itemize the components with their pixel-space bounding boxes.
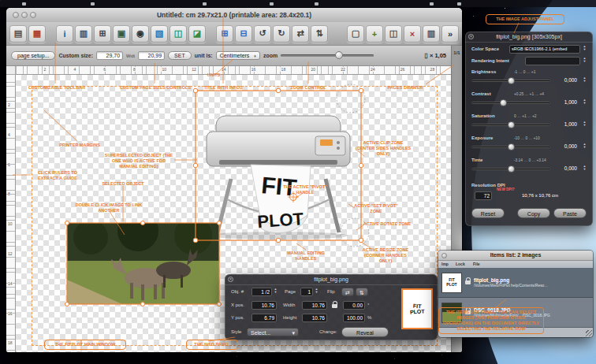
- reveal-button[interactable]: Reveal: [341, 327, 389, 337]
- vertical-ruler[interactable]: 24681012141618: [6, 75, 16, 352]
- slider-stepper-exposure[interactable]: ▲▼: [582, 143, 587, 149]
- slider-knob-brightness[interactable]: [508, 77, 515, 84]
- items-panel-titlebar[interactable]: Items list: 2 images: [438, 251, 593, 261]
- obj-number-field[interactable]: 1 /2: [251, 288, 272, 296]
- slider-track-exposure[interactable]: [471, 146, 550, 148]
- unit-is-label: unit is:: [195, 53, 213, 58]
- ruler-number: 2: [8, 102, 10, 107]
- y-pos-field[interactable]: 6.79: [251, 314, 277, 322]
- slider-stepper-tinte[interactable]: ▲▼: [582, 165, 587, 171]
- close-icon[interactable]: ×: [468, 34, 474, 39]
- page-stepper[interactable]: ▲▼: [314, 288, 319, 294]
- set-size-button[interactable]: SET: [168, 51, 192, 60]
- resolution-dpi-field[interactable]: 72: [475, 191, 492, 200]
- aspect-lock-icon[interactable]: [332, 304, 337, 308]
- width-field[interactable]: 10.76: [302, 301, 327, 310]
- color-space-value[interactable]: sRGB IEC61966-2.1 (embed: [509, 45, 580, 54]
- page-field[interactable]: 1: [300, 288, 313, 296]
- rendering-intent-dropdown[interactable]: [525, 57, 580, 65]
- duplicate-page-icon[interactable]: ◫: [385, 25, 402, 43]
- flip-vertical-button[interactable]: ⇅: [356, 288, 368, 296]
- units-dropdown[interactable]: Centimeters ▾: [216, 51, 260, 60]
- info-icon[interactable]: i: [56, 25, 73, 43]
- slider-knob-saturation[interactable]: [508, 121, 515, 128]
- rendering-intent-stepper[interactable]: ▲▼: [582, 57, 587, 63]
- minimize-window-button[interactable]: [21, 12, 28, 18]
- slider-track-saturation[interactable]: [471, 124, 550, 126]
- horizontal-ruler[interactable]: 246810121416182022242628: [16, 66, 451, 75]
- zoom-slider[interactable]: [281, 54, 374, 57]
- camera-icon[interactable]: ◉: [132, 25, 149, 43]
- flip-horizontal-button[interactable]: ⇄: [341, 288, 354, 296]
- slider-stepper-brightness[interactable]: ▲▼: [582, 76, 587, 83]
- menubar-status-icon[interactable]: [430, 2, 434, 6]
- slider-knob-tinte[interactable]: [508, 165, 515, 173]
- add-page-icon[interactable]: +: [366, 25, 383, 43]
- slideshow-icon[interactable]: ▣: [113, 25, 130, 43]
- menubar-status-icon[interactable]: [457, 2, 461, 6]
- pages-icon[interactable]: ▥: [423, 25, 440, 43]
- slider-stepper-contrast[interactable]: ▲▼: [582, 98, 587, 105]
- x-pos-field[interactable]: 10.76: [251, 301, 277, 310]
- slider-track-contrast[interactable]: [471, 102, 550, 104]
- slider-knob-exposure[interactable]: [508, 143, 515, 150]
- menubar-status-icon[interactable]: [270, 2, 274, 6]
- page-height-input[interactable]: 20,99: [138, 51, 165, 60]
- obj-stepper[interactable]: ▲▼: [273, 288, 278, 294]
- reset-button[interactable]: Reset: [471, 208, 505, 218]
- items-list-row[interactable]: FITPLOTfitplot_big.png/Volumes/Web/FitPl…: [438, 268, 593, 298]
- monitor-icon[interactable]: ◪: [188, 25, 206, 43]
- flip-horizontal-icon[interactable]: ⇄: [292, 25, 309, 43]
- flip-vertical-icon[interactable]: ⇅: [311, 25, 328, 43]
- selected-object-photo-image[interactable]: [67, 223, 219, 304]
- menubar-status-icon[interactable]: [203, 2, 207, 6]
- rotate-left-icon[interactable]: ↺: [254, 25, 271, 43]
- lock-icon[interactable]: [465, 280, 471, 284]
- screen-capture-icon[interactable]: ◫: [169, 25, 187, 43]
- zoom-slider-knob[interactable]: [335, 51, 343, 59]
- page-setup-button[interactable]: page setup...: [11, 51, 55, 60]
- scale-field[interactable]: 100.00: [343, 314, 365, 322]
- menubar-status-icon[interactable]: [22, 2, 26, 6]
- paste-button[interactable]: Paste: [553, 208, 587, 218]
- style-dropdown[interactable]: Select... ▾: [247, 328, 299, 336]
- new-page-icon[interactable]: ▢: [347, 25, 364, 43]
- slider-stepper-saturation[interactable]: ▲▼: [582, 121, 587, 127]
- height-field[interactable]: 10.76: [302, 314, 327, 322]
- print-icon[interactable]: ▤: [9, 25, 27, 43]
- color-palette-icon[interactable]: ▦: [28, 25, 46, 43]
- color-space-stepper[interactable]: ▲▼: [582, 45, 587, 51]
- import-image-icon[interactable]: ▧: [151, 25, 168, 43]
- resize-grip[interactable]: [586, 330, 592, 336]
- column-imp[interactable]: Imp: [441, 262, 449, 266]
- adjust-panel-titlebar[interactable]: × fitplot_big.png [305x305px]: [465, 32, 593, 43]
- page-setup-icon[interactable]: ▥: [75, 25, 92, 43]
- superselected-object-printer-image[interactable]: FIT PLOT: [196, 91, 361, 240]
- items-list-row[interactable]: DSC_0018.JPG/Volumes/Multimedia/Foto/…/D…: [438, 298, 593, 328]
- rotation-field[interactable]: 0.00: [343, 301, 365, 310]
- slider-track-brightness[interactable]: [471, 80, 550, 82]
- zoom-window-button[interactable]: [30, 12, 36, 18]
- column-file[interactable]: File: [473, 262, 480, 266]
- window-titlebar[interactable]: Untitled: cm 29.7x21.0 (printable area: …: [6, 8, 462, 23]
- info-panel-titlebar[interactable]: × fitplot_big.png: [225, 274, 438, 285]
- delete-page-icon[interactable]: ×: [404, 25, 421, 43]
- ruler-number: 12: [8, 251, 13, 256]
- lock-icon[interactable]: [465, 310, 471, 314]
- grid-layout-icon[interactable]: ⊞: [216, 25, 233, 43]
- close-icon[interactable]: ×: [228, 277, 233, 282]
- menubar-status-icon[interactable]: [91, 2, 95, 6]
- close-icon[interactable]: [441, 253, 447, 258]
- slider-track-tinte[interactable]: [471, 168, 550, 170]
- grid-list-icon[interactable]: ⊟: [235, 25, 252, 43]
- slider-knob-contrast[interactable]: [500, 99, 507, 106]
- column-lock[interactable]: Lock: [456, 262, 465, 266]
- toolbar-overflow-chevron[interactable]: »: [441, 25, 459, 43]
- copy-button[interactable]: Copy: [517, 208, 550, 218]
- close-window-button[interactable]: [13, 12, 19, 18]
- custom-size-label: Custom size:: [58, 53, 93, 58]
- contact-sheet-icon[interactable]: ⊞: [94, 25, 111, 43]
- page-width-input[interactable]: 29,70: [96, 51, 123, 60]
- rotate-right-icon[interactable]: ↻: [273, 25, 290, 43]
- menubar-status-icon[interactable]: [315, 2, 318, 6]
